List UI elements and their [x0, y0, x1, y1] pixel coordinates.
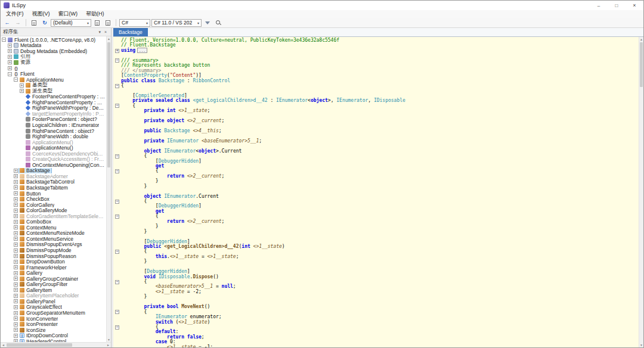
expand-icon[interactable]: + — [20, 89, 24, 93]
tree-item[interactable]: FooterPaneContentProperty : DependencyPr… — [1, 94, 106, 100]
tree-item[interactable]: +Metadata — [1, 43, 106, 49]
tree-item[interactable]: RightPaneContentProperty : DependencyPro… — [1, 100, 106, 105]
language-dropdown[interactable]: C# ▾ — [119, 19, 150, 27]
expand-icon[interactable]: + — [14, 191, 18, 195]
assembly-list-dropdown[interactable]: (Default) ▾ — [51, 19, 91, 27]
expand-icon[interactable]: + — [8, 55, 12, 59]
scroll-down-icon[interactable]: ▼ — [107, 338, 111, 341]
tree-item[interactable]: +DismissPopupReason — [1, 253, 106, 259]
split-pane-icon[interactable] — [103, 18, 113, 27]
tree-item[interactable]: +BackstageTabControl — [1, 179, 106, 185]
forward-button[interactable]: → — [13, 18, 23, 27]
open-file-icon[interactable] — [29, 18, 39, 27]
tree-item[interactable]: +GalleryGroupFilter — [1, 282, 106, 288]
tree-horizontal-scrollbar[interactable]: ◄ ► — [1, 342, 111, 347]
scroll-right-icon[interactable]: ► — [106, 343, 111, 347]
tree-item[interactable]: −ApplicationMenu — [1, 77, 106, 83]
fold-marker[interactable]: + — [113, 48, 121, 53]
minimize-button[interactable]: – — [590, 1, 608, 10]
fold-marker[interactable]: − — [113, 199, 121, 204]
fold-marker[interactable]: − — [113, 83, 121, 88]
tree-item[interactable]: ApplicationMenu() — [1, 139, 106, 145]
search-button[interactable] — [213, 18, 223, 27]
expand-icon[interactable]: + — [14, 265, 18, 269]
tree-item[interactable]: +CheckBox — [1, 196, 106, 202]
tree-item[interactable]: +ContextMenu — [1, 225, 106, 231]
expand-icon[interactable]: + — [14, 322, 18, 327]
tree-item[interactable]: +DismissPopupEventArgs — [1, 242, 106, 248]
tree-item[interactable]: +Gallery — [1, 270, 106, 276]
scroll-up-icon[interactable]: ▲ — [639, 38, 643, 41]
expand-icon[interactable]: + — [14, 185, 18, 189]
panel-menu-icon[interactable]: ▾ — [97, 30, 103, 35]
expand-icon[interactable]: + — [14, 254, 18, 258]
fold-marker[interactable]: − — [113, 58, 121, 63]
expand-icon[interactable]: + — [8, 49, 12, 53]
tree-item[interactable]: +GalleryPanel — [1, 299, 106, 304]
back-button[interactable]: ← — [2, 18, 12, 27]
scroll-down-icon[interactable]: ▼ — [639, 343, 643, 347]
tree-item[interactable]: +Debug Metadata (Embedded) — [1, 48, 106, 54]
tree-item[interactable]: +GroupSeparatorMenuItem — [1, 310, 106, 316]
expand-icon[interactable]: + — [14, 180, 18, 184]
expand-icon[interactable]: + — [14, 197, 18, 201]
tree-item[interactable]: +Backstage — [1, 168, 106, 174]
tree-item[interactable]: FooterPaneContent : object? — [1, 117, 106, 123]
close-button[interactable]: × — [626, 1, 643, 10]
fold-marker[interactable]: − — [113, 249, 121, 254]
fold-marker[interactable]: − — [113, 104, 121, 108]
expand-icon[interactable]: + — [14, 169, 18, 173]
scrollbar-thumb[interactable] — [7, 343, 72, 347]
tree-item[interactable]: LogicalChildren : IEnumerator — [1, 122, 106, 128]
menu-window[interactable]: 窗口(W) — [54, 10, 82, 18]
expand-icon[interactable]: + — [14, 214, 18, 218]
expand-icon[interactable]: + — [14, 243, 18, 247]
tree-item[interactable]: +BackstageAdorner — [1, 173, 106, 179]
tree-item[interactable]: targetElementPropertyInfo : PropertyInfo — [1, 111, 106, 117]
expand-icon[interactable]: + — [14, 288, 18, 292]
code-view[interactable]: // Fluent, Version=1.0.0.0, Culture=neut… — [113, 37, 639, 347]
refresh-button[interactable]: ↻ — [40, 18, 49, 27]
tree-item[interactable]: +GrayscaleEffect — [1, 304, 106, 310]
expand-icon[interactable]: + — [14, 282, 18, 287]
expand-icon[interactable]: + — [14, 305, 18, 309]
expand-icon[interactable]: + — [14, 328, 18, 332]
collapse-icon[interactable]: − — [14, 77, 18, 82]
expand-icon[interactable]: + — [14, 299, 18, 303]
tree-item[interactable]: +IconPresenter — [1, 321, 106, 327]
expand-icon[interactable]: + — [14, 209, 18, 213]
expand-icon[interactable]: + — [20, 83, 24, 88]
tree-item[interactable]: +BackstageTabItem — [1, 185, 106, 191]
tree-item[interactable]: +{} — [1, 66, 106, 72]
tree-item[interactable]: +ContextMenuResizeMode — [1, 231, 106, 237]
collapse-icon[interactable]: − — [8, 72, 12, 76]
scrollbar-thumb[interactable] — [640, 42, 643, 87]
tree-item[interactable]: −{}Fluent — [1, 71, 106, 77]
expand-icon[interactable]: + — [14, 260, 18, 264]
panel-close-icon[interactable]: × — [103, 30, 109, 34]
tree-item[interactable]: +ColorGallery — [1, 202, 106, 208]
fold-marker[interactable]: − — [113, 279, 121, 284]
tree-item[interactable]: +ColorGradientItemTemplateSelector — [1, 213, 106, 219]
tree-item[interactable]: ApplicationMenu() — [1, 145, 106, 151]
expand-icon[interactable]: + — [8, 66, 12, 70]
expand-icon[interactable]: + — [14, 225, 18, 229]
expand-icon[interactable]: + — [14, 334, 18, 338]
tree-item[interactable]: RightPaneWidthProperty : DependencyPrope… — [1, 105, 106, 111]
code-vertical-scrollbar[interactable]: ▲ ▼ — [639, 37, 643, 347]
assembly-tree[interactable]: −Fluent (1.0.0.0, .NETCoreApp, v8.0)+Met… — [1, 36, 106, 342]
tree-item[interactable]: +引用 — [1, 54, 106, 60]
fold-marker[interactable]: − — [113, 214, 121, 219]
tree-item[interactable]: +派生类型 — [1, 88, 106, 94]
tree-item[interactable]: +GalleryItemPlaceholder — [1, 293, 106, 299]
expand-icon[interactable]: + — [14, 294, 18, 298]
tree-item[interactable]: RightPaneWidth : double — [1, 133, 106, 139]
expand-icon[interactable]: + — [14, 316, 18, 321]
tree-item[interactable]: OnContextMenuOpening(ContextMenuEventArg… — [1, 162, 106, 168]
tree-item[interactable]: +DropDownButton — [1, 259, 106, 265]
expand-icon[interactable]: + — [14, 174, 18, 178]
filter-icon[interactable] — [203, 18, 212, 27]
scroll-up-icon[interactable]: ▲ — [107, 37, 111, 41]
fold-marker[interactable]: − — [113, 325, 121, 330]
tree-item[interactable]: +IconSize — [1, 327, 106, 333]
